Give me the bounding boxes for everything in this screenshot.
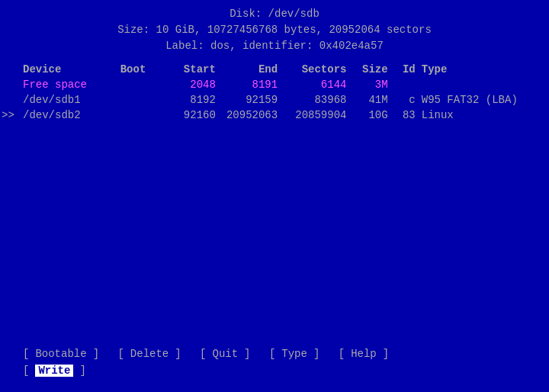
row-size: 41M: [346, 94, 387, 106]
row-boot: [112, 79, 153, 91]
disk-header: Disk: /dev/sdb Size: 10 GiB, 10727456768…: [0, 6, 549, 54]
row-device: Free space: [23, 79, 112, 91]
bracket-close-5: ]: [383, 348, 389, 360]
col-boot-header: Boot: [112, 63, 153, 76]
row-boot: [112, 94, 153, 106]
disk-label: Label: dos, identifier: 0x402e4a57: [0, 38, 549, 54]
row-id: [388, 79, 416, 91]
col-type-header: Type: [416, 63, 526, 76]
spacer: [326, 348, 332, 360]
menu-row-1: [ Bootable ] [ Delete ] [ Quit ] [ Type …: [23, 348, 526, 360]
table-header: Device Boot Start End Sectors Size Id Ty…: [23, 62, 526, 77]
partition-table: Device Boot Start End Sectors Size Id Ty…: [0, 62, 549, 123]
spacer: [105, 348, 111, 360]
bracket-close-1: ]: [93, 348, 99, 360]
row-sectors: 6144: [278, 79, 346, 91]
help-button[interactable]: Help: [351, 348, 377, 360]
row-id: c: [388, 94, 416, 106]
row-type: Linux: [416, 109, 526, 121]
type-button[interactable]: Type: [281, 348, 307, 360]
bootable-button[interactable]: Bootable: [35, 348, 86, 360]
row-end: 20952063: [216, 109, 278, 121]
bracket-open-4: [: [269, 348, 275, 360]
col-size-header: Size: [346, 63, 387, 76]
col-device-header: Device: [23, 63, 112, 76]
bracket-close-write: ]: [79, 365, 85, 377]
row-end: 8191: [216, 79, 278, 91]
row-boot: [112, 109, 153, 121]
row-start: 2048: [154, 79, 216, 91]
col-start-header: Start: [154, 63, 216, 76]
row-device: /dev/sdb1: [23, 94, 112, 106]
bracket-open-write: [: [23, 365, 29, 377]
screen: Disk: /dev/sdb Size: 10 GiB, 10727456768…: [0, 0, 549, 392]
row-sectors: 83968: [278, 94, 346, 106]
col-id-header: Id: [388, 63, 416, 76]
disk-size: Size: 10 GiB, 10727456768 bytes, 2095206…: [0, 22, 549, 38]
bracket-close-4: ]: [313, 348, 319, 360]
row-start: 92160: [154, 109, 216, 121]
disk-title: Disk: /dev/sdb: [0, 6, 549, 22]
spacer: [257, 348, 263, 360]
bracket-open-3: [: [200, 348, 206, 360]
spacer: [188, 348, 194, 360]
bracket-open-2: [: [117, 348, 124, 360]
row-type: [416, 79, 526, 91]
bottom-menu: [ Bootable ] [ Delete ] [ Quit ] [ Type …: [0, 348, 549, 377]
table-row[interactable]: /dev/sdb2 92160 20952063 20859904 10G 83…: [23, 108, 526, 123]
row-start: 8192: [154, 94, 216, 106]
row-id: 83: [388, 109, 416, 121]
row-device: /dev/sdb2: [23, 109, 112, 121]
col-sectors-header: Sectors: [278, 63, 346, 76]
bracket-open-1: [: [23, 348, 29, 360]
write-button[interactable]: Write: [35, 365, 73, 377]
row-type: W95 FAT32 (LBA): [416, 94, 526, 106]
row-end: 92159: [216, 94, 278, 106]
bracket-close-2: ]: [175, 348, 181, 360]
row-size: 3M: [346, 79, 387, 91]
bracket-close-3: ]: [244, 348, 250, 360]
menu-row-2: [ Write ]: [23, 365, 526, 377]
bracket-open-5: [: [339, 348, 345, 360]
row-size: 10G: [346, 109, 387, 121]
table-row[interactable]: Free space 2048 8191 6144 3M: [23, 77, 526, 92]
row-sectors: 20859904: [278, 109, 346, 121]
table-row[interactable]: /dev/sdb1 8192 92159 83968 41M c W95 FAT…: [23, 92, 526, 108]
delete-button[interactable]: Delete: [130, 348, 169, 360]
col-end-header: End: [216, 63, 278, 76]
quit-button[interactable]: Quit: [212, 348, 238, 360]
